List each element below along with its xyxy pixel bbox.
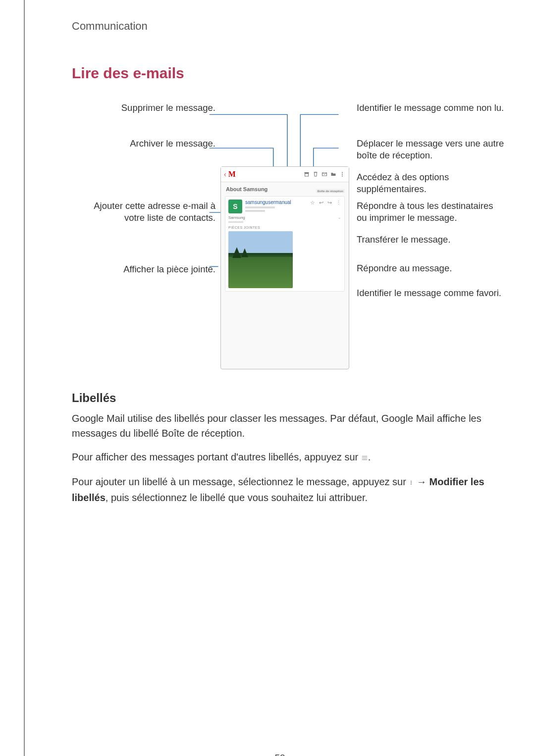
callout-mark-unread: Identifier le message comme non lu. [357, 102, 505, 114]
callout-add-contact: Ajouter cette adresse e-mail à votre lis… [87, 200, 215, 224]
inbox-label-chip: Boîte de réception [316, 189, 345, 193]
expand-chevron-icon[interactable]: ⌄ [337, 214, 341, 220]
body-paragraph-3: Pour ajouter un libellé à un message, sé… [72, 474, 488, 505]
callout-reply-all: Répondre à tous les destinataires ou imp… [357, 200, 505, 224]
delete-icon[interactable] [312, 171, 319, 178]
move-folder-icon[interactable] [330, 171, 337, 178]
sender-avatar-icon[interactable]: S [228, 200, 242, 213]
more-vertical-icon[interactable] [339, 171, 346, 178]
callout-forward: Transférer le message. [357, 234, 505, 246]
svg-point-7 [411, 482, 412, 483]
svg-point-3 [342, 172, 343, 173]
body-paragraph-1: Google Mail utilise des libellés pour cl… [72, 411, 488, 441]
body-paragraph-2: Pour afficher des messages portant d'aut… [72, 450, 488, 465]
callout-attachment: Afficher la pièce jointe. [92, 263, 215, 275]
mark-unread-icon[interactable] [321, 171, 328, 178]
callout-archive: Archiver le message. [92, 138, 215, 150]
svg-rect-1 [305, 174, 309, 177]
section-title: Lire des e-mails [72, 65, 488, 82]
reply-icon[interactable]: ↩ [319, 200, 323, 206]
star-icon[interactable]: ☆ [310, 200, 315, 206]
svg-point-6 [411, 481, 412, 482]
message-body-title: Samsung [228, 215, 341, 220]
phone-screenshot: ‹ M About Samsun [220, 166, 349, 369]
email-subject: About Samsung [226, 186, 268, 192]
callout-reply: Répondre au message. [357, 262, 505, 274]
more-vertical-icon-inline [409, 475, 414, 490]
callout-move: Déplacer le message vers une autre boîte… [357, 138, 505, 161]
page-number: 50 [25, 753, 535, 756]
breadcrumb: Communication [72, 20, 488, 33]
svg-rect-0 [305, 172, 309, 173]
forward-icon[interactable]: ↪ [327, 200, 332, 206]
back-chevron-icon[interactable]: ‹ [224, 170, 226, 178]
svg-point-4 [342, 174, 343, 175]
email-top-toolbar: ‹ M [221, 167, 349, 182]
archive-icon[interactable] [303, 171, 310, 178]
callout-delete: Supprimer le message. [92, 102, 215, 114]
drawer-menu-icon [361, 451, 368, 465]
sender-name: samsungusermanual [245, 200, 307, 205]
callout-favorite: Identifier le message comme favori. [357, 287, 505, 299]
attachment-image[interactable] [228, 231, 293, 288]
svg-point-5 [342, 176, 343, 177]
svg-point-8 [411, 484, 412, 485]
email-subject-row: About Samsung Boîte de réception [221, 182, 349, 194]
email-message-card: S samsungusermanual ☆ ↩ ↪ ⋮ ⌄ Samsung [225, 196, 345, 292]
subsection-title-labels: Libellés [72, 391, 488, 405]
callout-more-options: Accédez à des options supplémentaires. [357, 171, 505, 195]
annotated-diagram: Supprimer le message. Archiver le messag… [87, 99, 488, 376]
gmail-m-icon: M [228, 170, 236, 179]
attachments-label: PIÈCES JOINTES [228, 226, 341, 229]
message-more-icon[interactable]: ⋮ [336, 200, 341, 206]
